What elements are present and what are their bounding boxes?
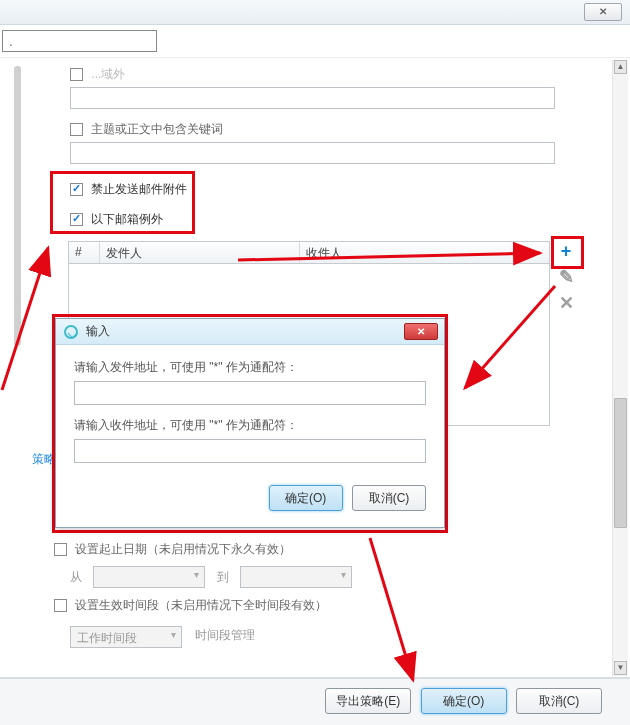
to-label: 到 — [217, 569, 229, 586]
effective-date-checkbox[interactable] — [54, 543, 67, 556]
except-emails-row: 以下邮箱例外 — [70, 211, 163, 228]
date-to-select[interactable] — [240, 566, 352, 588]
bottom-button-bar: 导出策略(E) 确定(O) 取消(C) — [0, 678, 630, 725]
col-recipient[interactable]: 收件人 — [300, 242, 549, 263]
window-close-button[interactable]: ✕ — [584, 3, 622, 21]
except-emails-checkbox[interactable] — [70, 213, 83, 226]
scroll-indicator-left — [14, 66, 21, 346]
date-from-select[interactable] — [93, 566, 205, 588]
domain-input[interactable] — [70, 87, 555, 109]
date-range-row: 从 到 — [70, 566, 360, 588]
except-emails-label: 以下邮箱例外 — [91, 211, 163, 228]
domain-checkbox-label: ...域外 — [91, 66, 125, 83]
effective-time-label: 设置生效时间段（未启用情况下全时间段有效） — [75, 597, 327, 614]
scrollbar-thumb[interactable] — [614, 398, 627, 528]
effective-time-row: 设置生效时间段（未启用情况下全时间段有效） — [54, 597, 327, 614]
col-sender[interactable]: 发件人 — [100, 242, 300, 263]
edit-row-button[interactable]: ✎ — [555, 267, 577, 289]
dialog-title-text: 输入 — [86, 324, 110, 338]
dialog-close-button[interactable]: ✕ — [404, 323, 438, 340]
dialog-titlebar[interactable]: 输入 ✕ — [56, 319, 444, 345]
time-range-row: 工作时间段 时间段管理 — [70, 622, 255, 648]
keyword-checkbox-row: 主题或正文中包含关键词 — [70, 121, 555, 164]
time-manage-link[interactable]: 时间段管理 — [195, 627, 255, 644]
forbid-attachment-label: 禁止发送邮件附件 — [91, 181, 187, 198]
dialog-body: 请输入发件地址，可使用 "*" 作为通配符： 请输入收件地址，可使用 "*" 作… — [56, 345, 444, 485]
dialog-button-row: 确定(O) 取消(C) — [56, 485, 444, 521]
keyword-input[interactable] — [70, 142, 555, 164]
work-time-select[interactable]: 工作时间段 — [70, 626, 182, 648]
input-dialog: 输入 ✕ 请输入发件地址，可使用 "*" 作为通配符： 请输入收件地址，可使用 … — [55, 318, 445, 528]
keyword-checkbox-label: 主题或正文中包含关键词 — [91, 121, 223, 138]
dialog-ok-button[interactable]: 确定(O) — [269, 485, 343, 511]
col-number[interactable]: # — [69, 242, 100, 263]
dialog-cancel-button[interactable]: 取消(C) — [352, 485, 426, 511]
address-row — [0, 25, 630, 58]
main-ok-button[interactable]: 确定(O) — [421, 688, 507, 714]
forbid-attachment-checkbox[interactable] — [70, 183, 83, 196]
scroll-up-button[interactable]: ▲ — [614, 60, 627, 74]
sender-address-input[interactable] — [74, 381, 426, 405]
table-side-tools: + ✎ ✕ — [555, 241, 577, 319]
scrollbar-track[interactable] — [612, 60, 628, 676]
main-cancel-button[interactable]: 取消(C) — [516, 688, 602, 714]
from-label: 从 — [70, 569, 82, 586]
add-row-button[interactable]: + — [555, 241, 577, 263]
dialog-icon — [64, 325, 78, 339]
delete-row-button[interactable]: ✕ — [555, 293, 577, 315]
effective-time-checkbox[interactable] — [54, 599, 67, 612]
recipient-prompt-label: 请输入收件地址，可使用 "*" 作为通配符： — [74, 417, 426, 434]
forbid-attachment-row: 禁止发送邮件附件 — [70, 181, 187, 198]
keyword-checkbox[interactable] — [70, 123, 83, 136]
scroll-down-button[interactable]: ▼ — [614, 661, 627, 675]
export-policy-button[interactable]: 导出策略(E) — [325, 688, 411, 714]
main-panel: ▲ ▼ ...域外 主题或正文中包含关键词 禁止发送邮件附件 以下邮箱例外 # … — [0, 58, 630, 678]
effective-date-row: 设置起止日期（未启用情况下永久有效） — [54, 541, 291, 558]
truncated-domain-checkbox-row: ...域外 — [70, 66, 555, 109]
effective-date-label: 设置起止日期（未启用情况下永久有效） — [75, 541, 291, 558]
address-input[interactable] — [2, 30, 157, 52]
policy-link[interactable]: 策略 — [32, 451, 56, 468]
domain-checkbox[interactable] — [70, 68, 83, 81]
table-header-row: # 发件人 收件人 — [69, 242, 549, 264]
sender-prompt-label: 请输入发件地址，可使用 "*" 作为通配符： — [74, 359, 426, 376]
recipient-address-input[interactable] — [74, 439, 426, 463]
window-titlebar: ✕ — [0, 0, 630, 25]
